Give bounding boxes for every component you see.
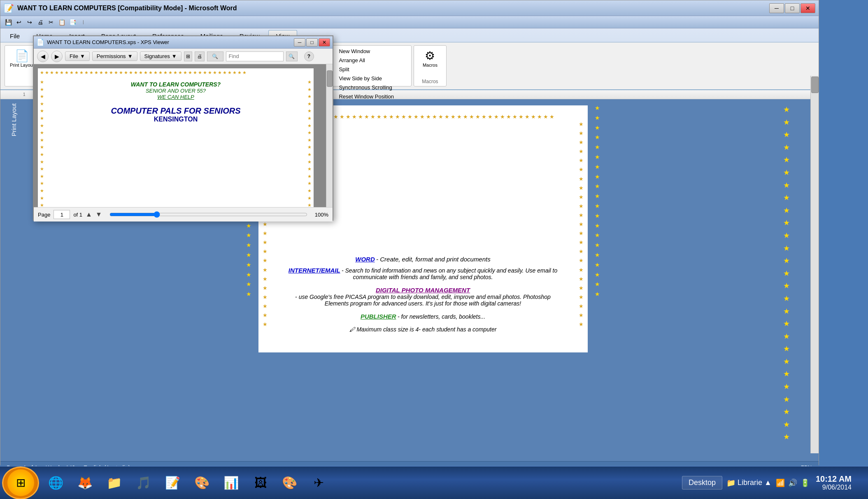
xps-stars-top: ★★★★★★★★★★★★★★★★★★★★★★★★★★★★★★★★★★★★★★★★…	[38, 68, 314, 77]
xps-zoom-slider[interactable]	[109, 211, 307, 218]
xps-minimize-button[interactable]: ─	[294, 38, 305, 47]
publisher-text: - for newsletters, cards, booklets...	[398, 313, 485, 320]
print-layout-icon: 📄	[15, 49, 29, 63]
qat-cut[interactable]: ✂	[47, 18, 56, 27]
xps-view-btn[interactable]: ⊞	[184, 51, 192, 61]
library-button[interactable]: 📁 Librarie ▲	[726, 478, 772, 487]
xps-stars-right-col: ★★★★★★★★★★★★★★★★★★★★★★	[307, 79, 312, 207]
taskbar-paint-button[interactable]: 🎨	[276, 469, 303, 496]
publisher-label: PUBLISHER	[361, 313, 396, 320]
xps-forward-button[interactable]: ▶	[51, 51, 63, 62]
xps-vscrollbar[interactable]	[326, 64, 333, 207]
xps-doc-content: WANT TO LEARN COMPUTERS? SENIOR AND OVER…	[38, 79, 314, 125]
taskbar-explorer-button[interactable]: 📁	[101, 469, 128, 496]
xps-permissions-arrow: ▼	[128, 53, 133, 59]
split-button[interactable]: Split	[336, 65, 396, 73]
xps-title: WANT TO LEARN COMPUTERS.xps - XPS Viewer	[47, 39, 294, 45]
xps-page-label: Page	[38, 212, 50, 218]
xps-print-btn[interactable]: 🖨	[195, 51, 205, 61]
xps-icon: 📄	[36, 38, 44, 46]
xps-page-input[interactable]	[54, 210, 70, 219]
macros-label: Macros	[423, 63, 437, 68]
view-side-by-side-button[interactable]: View Side by Side	[336, 75, 396, 82]
word-text: - Create, edit, format and print documen…	[376, 256, 491, 263]
print-layout-side-label: Print Layout	[10, 103, 17, 136]
qat-paste[interactable]: 📑	[68, 18, 77, 27]
word-vscrollbar[interactable]	[810, 99, 819, 453]
systray: 📶 🔊 🔋	[776, 478, 810, 487]
xps-zoom-out-btn[interactable]: 🔍	[207, 51, 223, 61]
doc-body: WORD - Create, edit, format and print do…	[283, 256, 563, 333]
photo-text: - use Google's free PICASA program to ea…	[283, 294, 563, 307]
macros-group-label: Macros	[422, 79, 438, 84]
start-button[interactable]: ⊞	[2, 466, 39, 499]
xps-search-button[interactable]: 🔍	[286, 51, 298, 61]
qat-undo[interactable]: ↩	[14, 18, 23, 27]
left-panel: Print Layout	[0, 99, 27, 461]
xps-title1: WANT TO LEARN COMPUTERS?	[50, 81, 301, 88]
clock-time: 10:12 AM	[816, 474, 852, 484]
print-layout-button[interactable]: 📄 Print Layout	[8, 47, 36, 69]
word-icon: 📝	[4, 3, 14, 13]
taskbar-excel-button[interactable]: 📊	[218, 469, 244, 496]
xps-back-button[interactable]: ◀	[37, 51, 49, 62]
macros-button[interactable]: ⚙ Macros	[421, 47, 439, 78]
xps-title-bar: 📄 WANT TO LEARN COMPUTERS.xps - XPS View…	[34, 36, 333, 49]
xps-content: ★★★★★★★★★★★★★★★★★★★★★★★★★★★★★★★★★★★★★★★★…	[34, 64, 333, 207]
xps-permissions-menu[interactable]: Permissions ▼	[92, 51, 137, 61]
library-arrow: ▲	[764, 478, 772, 487]
minimize-button[interactable]: ─	[769, 3, 784, 13]
print-layout-label: Print Layout	[10, 63, 34, 68]
qat-save[interactable]: 💾	[4, 18, 13, 27]
right-stars-decoration: ★★★★★★★★★★★★★★★★★★★★★★★★★★★	[779, 99, 794, 448]
footer-text: 🖊 Maximum class size is 4- each student …	[283, 326, 563, 333]
new-window-button[interactable]: New Window	[336, 47, 396, 55]
desktop-label[interactable]: Desktop	[682, 476, 722, 490]
taskbar-media-button[interactable]: 🎵	[130, 469, 157, 496]
xps-close-button[interactable]: ✕	[319, 38, 330, 47]
qat-redo[interactable]: ↪	[25, 18, 34, 27]
close-button[interactable]: ✕	[801, 3, 815, 13]
xps-signatures-arrow: ▼	[172, 53, 177, 59]
xps-heading: COMPUTER PALS FOR SENIORS	[50, 106, 301, 116]
taskbar-right: Desktop 📁 Librarie ▲ 📶 🔊 🔋 10:12 AM 9/06…	[682, 474, 868, 491]
xps-toolbar: ◀ ▶ File ▼ Permissions ▼ Signatures ▼ ⊞ …	[34, 49, 333, 64]
xps-maximize-button[interactable]: □	[306, 38, 318, 47]
macros-icon: ⚙	[425, 49, 435, 63]
maximize-button[interactable]: □	[785, 3, 800, 13]
qat-print[interactable]: 🖨	[36, 18, 45, 27]
qat-copy[interactable]: 📋	[57, 18, 66, 27]
xps-prev-page[interactable]: ▲	[86, 211, 92, 218]
xps-page-total: of 1	[73, 212, 82, 218]
taskbar-color-button[interactable]: 🎨	[188, 469, 215, 496]
taskbar-ie-button[interactable]: 🌐	[42, 469, 69, 496]
taskbar-firefox-button[interactable]: 🦊	[72, 469, 98, 496]
xps-help-button[interactable]: ?	[304, 51, 314, 61]
taskbar-other-button[interactable]: ✈	[305, 469, 332, 496]
taskbar-icons: 🌐 🦊 📁 🎵 📝 🎨 📊 🖼 🎨 ✈	[39, 466, 335, 499]
taskbar-powerpoint-button[interactable]: 🖼	[247, 469, 274, 496]
xps-permissions-label: Permissions	[97, 53, 126, 59]
xps-vscroll-thumb[interactable]	[327, 70, 333, 87]
start-orb: ⊞	[7, 469, 34, 496]
battery-icon: 🔋	[801, 478, 810, 487]
clock-date: 9/06/2014	[816, 484, 852, 491]
xps-next-page[interactable]: ▼	[95, 211, 102, 218]
tab-file[interactable]: File	[2, 30, 28, 42]
system-clock[interactable]: 10:12 AM 9/06/2014	[816, 474, 852, 491]
xps-find-input[interactable]	[226, 51, 284, 61]
sound-icon: 🔊	[788, 478, 797, 487]
xps-subheading: KENSINGTON	[50, 116, 301, 123]
xps-window-controls: ─ □ ✕	[294, 38, 330, 47]
xps-file-menu[interactable]: File ▼	[65, 51, 90, 61]
photo-label: DIGITAL PHOTO MANAGEMENT	[376, 287, 470, 294]
arrange-all-button[interactable]: Arrange All	[336, 56, 396, 64]
xps-file-arrow: ▼	[80, 53, 85, 59]
xps-viewer-window: 📄 WANT TO LEARN COMPUTERS.xps - XPS View…	[33, 35, 333, 221]
internet-text: - Search to find information and news on…	[342, 267, 557, 280]
sync-scroll-button[interactable]: Synchronous Scrolling	[336, 84, 396, 91]
internet-label: INTERNET/EMAIL	[289, 267, 340, 274]
xps-signatures-menu[interactable]: Signatures ▼	[140, 51, 182, 61]
taskbar-word-button[interactable]: 📝	[159, 469, 186, 496]
network-icon: 📶	[776, 478, 785, 487]
